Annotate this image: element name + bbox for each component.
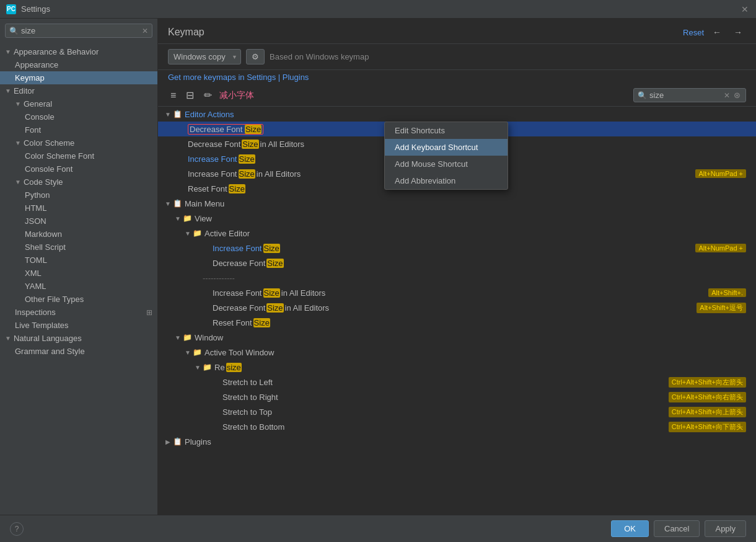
collapse-all-button[interactable]: ≡ [168,89,178,102]
clear-search-icon[interactable]: ✕ [142,27,148,35]
stretch-top-row[interactable]: Stretch to Top Ctrl+Alt+Shift+向上箭头 [158,404,756,419]
sidebar-item-shell-script[interactable]: Shell Script [0,241,157,254]
tree-search-clear-icon[interactable]: ✕ [724,91,730,100]
sidebar-item-appearance[interactable]: Appearance [0,58,157,71]
sidebar-item-other-file-types[interactable]: Other File Types [0,293,157,306]
active-editor-row[interactable]: ▼ 📁 Active Editor [158,226,756,241]
settings-dialog: 🔍 ✕ ▼ Appearance & Behavior Appearance K… [0,19,756,542]
cancel-button[interactable]: Cancel [654,520,700,537]
sidebar: 🔍 ✕ ▼ Appearance & Behavior Appearance K… [0,19,158,515]
sidebar-item-python[interactable]: Python [0,189,157,202]
expand-button[interactable]: ▼ [193,362,203,372]
sidebar-item-natural-languages[interactable]: ▼ Natural Languages [0,332,157,345]
sidebar-item-color-scheme[interactable]: ▼ Color Scheme [0,136,157,149]
decrease-font-size-view-row[interactable]: Decrease Font Size [158,255,756,270]
main-menu-row[interactable]: ▼ 📋 Main Menu [158,196,756,211]
sidebar-label: Grammar and Style [15,347,85,356]
add-abbreviation-item[interactable]: Add Abbreviation [385,172,508,189]
help-button[interactable]: ? [10,522,24,536]
keymap-link[interactable]: Get more keymaps in Settings | Plugins [158,70,756,84]
sidebar-item-keymap[interactable]: Keymap [0,71,157,84]
sidebar-item-console[interactable]: Console [0,110,157,123]
window-row[interactable]: ▼ 📁 Window [158,330,756,345]
editor-actions-row[interactable]: ▼ 📋 Editor Actions [158,107,756,122]
increase-font-size-all-view-row[interactable]: Increase Font Size in All Editors Alt+Sh… [158,285,756,300]
sidebar-item-appearance-behavior[interactable]: ▼ Appearance & Behavior [0,45,157,58]
size-highlight: Size [239,169,255,179]
expand-button[interactable]: ▼ [173,332,183,342]
expand-button[interactable]: ▼ [163,109,173,119]
reset-font-size-view-row[interactable]: Reset Font Size [158,315,756,330]
expand-arrow: ▼ [15,140,21,146]
forward-button[interactable]: → [730,26,746,38]
sidebar-item-toml[interactable]: TOML [0,254,157,267]
tree-search-input[interactable] [649,91,724,100]
reset-button[interactable]: Reset [683,28,704,37]
sidebar-item-code-style[interactable]: ▼ Code Style [0,175,157,189]
app-icon: PC [6,4,16,14]
expand-selected-button[interactable]: ⊟ [183,88,196,102]
gear-button[interactable]: ⚙ [246,49,265,64]
add-keyboard-shortcut-item[interactable]: Add Keyboard Shortcut [385,139,508,156]
sidebar-tree: ▼ Appearance & Behavior Appearance Keyma… [0,43,157,515]
sidebar-label: Color Scheme [24,138,74,148]
sidebar-label: JSON [25,216,46,226]
ctx-label: Add Abbreviation [395,176,455,185]
search-input[interactable] [21,26,142,35]
keymap-select[interactable]: Windows copy [168,49,241,64]
folder-icon: 📋 [173,199,182,208]
spacer [203,318,213,327]
edit-button[interactable]: ✏ [201,88,214,102]
stretch-bottom-row[interactable]: Stretch to Bottom Ctrl+Alt+Shift+向下箭头 [158,419,756,434]
plugins-row[interactable]: ▶ 📋 Plugins [158,434,756,449]
expand-arrow: ▼ [15,100,21,107]
ok-button[interactable]: OK [611,520,649,537]
tree-search[interactable]: 🔍 ✕ ⊛ [633,88,746,102]
sidebar-item-console-font[interactable]: Console Font [0,162,157,175]
stretch-right-row[interactable]: Stretch to Right Ctrl+Alt+Shift+向右箭头 [158,389,756,404]
add-mouse-shortcut-item[interactable]: Add Mouse Shortcut [385,156,508,172]
sidebar-item-live-templates[interactable]: Live Templates [0,319,157,332]
spacer [203,243,213,253]
expand-button[interactable]: ▼ [163,198,173,208]
folder-icon: 📁 [183,333,192,342]
sidebar-item-editor[interactable]: ▼ Editor [0,84,157,97]
search-options-button[interactable]: ⊛ [732,91,742,100]
stretch-left-row[interactable]: Stretch to Left Ctrl+Alt+Shift+向左箭头 [158,375,756,389]
sidebar-label: Color Scheme Font [25,151,94,161]
active-tool-window-row[interactable]: ▼ 📁 Active Tool Window [158,345,756,360]
sidebar-item-general[interactable]: ▼ General [0,97,157,110]
expand-button[interactable]: ▼ [183,347,193,357]
separator-label: ------------ [203,273,756,283]
sidebar-item-inspections[interactable]: Inspections ⊞ [0,306,157,319]
close-button[interactable]: ✕ [740,4,750,14]
sidebar-item-xml[interactable]: XML [0,267,157,280]
apply-button[interactable]: Apply [705,520,746,537]
increase-font-size-view-row[interactable]: Increase Font Size Alt+NumPad + [158,241,756,255]
row-label: Decrease Font Size [213,259,756,268]
sidebar-item-json[interactable]: JSON [0,215,157,228]
sidebar-item-color-scheme-font[interactable]: Color Scheme Font [0,149,157,162]
expand-button[interactable]: ▶ [163,437,173,446]
size-highlight: size [226,363,242,372]
shortcut-badge: Alt+Shift+. [708,288,746,297]
shortcut-badge: Alt+NumPad + [695,169,746,178]
sidebar-label: Console [25,112,55,122]
sidebar-item-html[interactable]: HTML [0,202,157,215]
decrease-font-size-row[interactable]: Decrease Font Size Edit Shortcuts Add Ke… [158,122,756,136]
ctx-label: Add Keyboard Shortcut [395,143,478,152]
search-box[interactable]: 🔍 ✕ [5,24,152,38]
expand-button[interactable]: ▼ [183,228,193,238]
sidebar-item-font[interactable]: Font [0,123,157,136]
view-row[interactable]: ▼ 📁 View [158,211,756,226]
expand-button[interactable]: ▼ [173,213,183,223]
edit-shortcuts-item[interactable]: Edit Shortcuts [385,122,508,139]
keymap-select-wrapper: Windows copy [168,49,241,64]
resize-row[interactable]: ▼ 📁 Resize [158,360,756,375]
back-button[interactable]: ← [709,26,725,38]
sidebar-item-grammar-style[interactable]: Grammar and Style [0,345,157,358]
tree-search-icon: 🔍 [638,91,647,100]
sidebar-item-yaml[interactable]: YAML [0,280,157,293]
decrease-font-size-all-view-row[interactable]: Decrease Font Size in All Editors Alt+Sh… [158,300,756,315]
sidebar-item-markdown[interactable]: Markdown [0,228,157,241]
